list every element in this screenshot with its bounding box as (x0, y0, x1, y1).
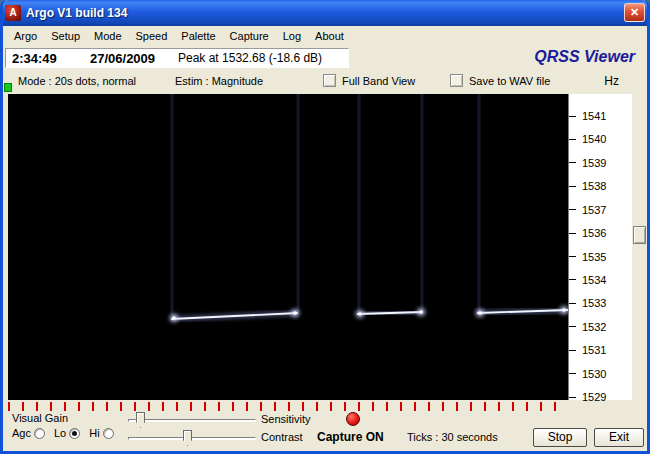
freq-value: 1531 (582, 344, 606, 356)
menu-log[interactable]: Log (276, 28, 308, 44)
freq-value: 1537 (582, 204, 606, 216)
checkbox-label: Save to WAV file (469, 75, 550, 87)
tick-mark-icon (569, 256, 576, 257)
freq-value: 1532 (582, 321, 606, 333)
tick-mark-icon (569, 186, 576, 187)
tick-mark-icon (569, 116, 576, 117)
date-label: 27/06/2009 (90, 51, 178, 66)
app-icon: A (5, 5, 21, 21)
freq-tick-label: 1539 (569, 156, 606, 170)
freq-value: 1539 (582, 157, 606, 169)
stop-button[interactable]: Stop (533, 428, 587, 447)
tick-mark-icon (569, 397, 576, 398)
sensitivity-slider-thumb[interactable] (136, 412, 145, 428)
tick-mark-icon (569, 350, 576, 351)
radio-circle-icon[interactable] (69, 428, 80, 439)
tick-mark-icon (569, 326, 576, 327)
freq-value: 1536 (582, 227, 606, 239)
scale-scroll-column (632, 94, 647, 400)
clock-time: 2:34:49 (12, 51, 90, 66)
frequency-scroll-thumb[interactable] (633, 226, 646, 244)
radio-agc[interactable]: Agc (12, 427, 45, 439)
freq-value: 1538 (582, 180, 606, 192)
tick-mark-icon (569, 279, 576, 280)
tick-mark-icon (569, 303, 576, 304)
contrast-slider[interactable] (128, 430, 256, 446)
menu-palette[interactable]: Palette (174, 28, 222, 44)
tick-mark-icon (569, 209, 576, 210)
status-row: Mode : 20s dots, normal Estim : Magnitud… (3, 70, 647, 94)
menu-about[interactable]: About (308, 28, 351, 44)
freq-value: 1533 (582, 297, 606, 309)
capture-status-label: Capture ON (317, 430, 384, 444)
freq-value: 1535 (582, 251, 606, 263)
freq-tick-label: 1541 (569, 109, 606, 123)
freq-tick-label: 1530 (569, 367, 606, 381)
freq-tick-label: 1540 (569, 132, 606, 146)
contrast-label: Contrast (261, 431, 303, 443)
radio-label: Lo (54, 427, 66, 439)
frequency-scale: 1541154015391538153715361535153415331532… (568, 94, 632, 400)
freq-tick-label: 1531 (569, 343, 606, 357)
menu-mode[interactable]: Mode (87, 28, 129, 44)
visual-gain-label: Visual Gain (12, 412, 68, 424)
radio-group: AgcLoHi (12, 427, 119, 439)
info-panel: 2:34:49 27/06/2009 Peak at 1532.68 (-18.… (5, 48, 349, 68)
main-display: 1541154015391538153715361535153415331532… (3, 94, 647, 400)
tick-mark-icon (569, 139, 576, 140)
mode-status: Mode : 20s dots, normal (18, 75, 136, 87)
hz-unit-label: Hz (604, 74, 619, 88)
radio-label: Agc (12, 427, 31, 439)
menu-argo[interactable]: Argo (7, 28, 44, 44)
peak-readout: Peak at 1532.68 (-18.6 dB) (178, 51, 322, 65)
radio-circle-icon[interactable] (103, 428, 114, 439)
estim-status: Estim : Magnitude (175, 75, 263, 87)
menu-setup[interactable]: Setup (44, 28, 87, 44)
freq-tick-label: 1532 (569, 320, 606, 334)
radio-lo[interactable]: Lo (54, 427, 80, 439)
sensitivity-label: Sensitivity (261, 413, 311, 425)
tick-mark-icon (569, 373, 576, 374)
tick-mark-icon (569, 162, 576, 163)
client-area: Argo Setup Mode Speed Palette Capture Lo… (3, 26, 647, 451)
window-title: Argo V1 build 134 (26, 6, 127, 20)
freq-tick-label: 1535 (569, 250, 606, 264)
freq-tick-label: 1533 (569, 296, 606, 310)
brand-label: QRSS Viewer (534, 48, 635, 66)
freq-tick-label: 1534 (569, 273, 606, 287)
capture-led-icon (346, 412, 360, 426)
info-row: 2:34:49 27/06/2009 Peak at 1532.68 (-18.… (3, 46, 647, 70)
freq-value: 1540 (582, 133, 606, 145)
freq-value: 1534 (582, 274, 606, 286)
checkbox-box-icon[interactable] (450, 74, 463, 87)
slider-track (128, 437, 256, 440)
full-band-view-checkbox[interactable]: Full Band View (323, 74, 415, 87)
control-panel: Visual Gain AgcLoHi Sensitivity Contrast… (3, 400, 647, 451)
freq-value: 1541 (582, 110, 606, 122)
ticks-interval-label: Ticks : 30 seconds (407, 431, 498, 443)
app-window: A Argo V1 build 134 ✕ Argo Setup Mode Sp… (0, 0, 650, 454)
freq-value: 1530 (582, 368, 606, 380)
radio-circle-icon[interactable] (34, 428, 45, 439)
close-button[interactable]: ✕ (624, 3, 645, 22)
menu-bar: Argo Setup Mode Speed Palette Capture Lo… (3, 26, 647, 46)
slider-track (128, 419, 256, 422)
menu-speed[interactable]: Speed (129, 28, 175, 44)
radio-label: Hi (89, 427, 99, 439)
save-to-wav-checkbox[interactable]: Save to WAV file (450, 74, 550, 87)
contrast-slider-thumb[interactable] (183, 430, 192, 446)
title-bar[interactable]: A Argo V1 build 134 ✕ (0, 0, 650, 26)
freq-tick-label: 1536 (569, 226, 606, 240)
checkbox-box-icon[interactable] (323, 74, 336, 87)
checkbox-label: Full Band View (342, 75, 415, 87)
time-ticks-strip (8, 402, 565, 411)
radio-hi[interactable]: Hi (89, 427, 113, 439)
exit-button[interactable]: Exit (594, 428, 644, 447)
level-indicator (4, 83, 12, 92)
spectrogram[interactable] (8, 94, 568, 400)
freq-tick-label: 1538 (569, 179, 606, 193)
sensitivity-slider[interactable] (128, 412, 256, 428)
tick-mark-icon (569, 233, 576, 234)
menu-capture[interactable]: Capture (223, 28, 276, 44)
spectrogram-svg (8, 94, 568, 400)
